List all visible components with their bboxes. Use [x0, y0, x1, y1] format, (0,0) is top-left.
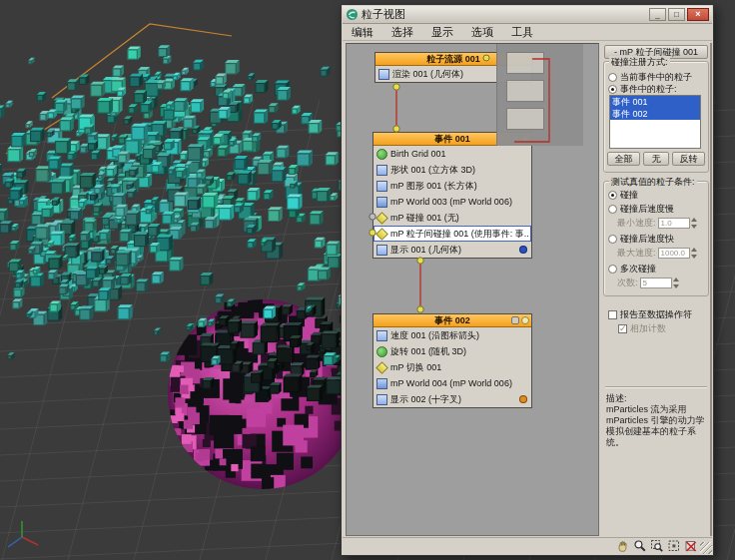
- pan-tool-icon[interactable]: [616, 539, 630, 553]
- radio-fast-after-collision[interactable]: 碰撞后速度快: [608, 233, 674, 245]
- operator-row-selected[interactable]: mP 粒子间碰撞 001 (使用事件: 事...: [373, 226, 531, 242]
- select-all-button[interactable]: 全部: [607, 152, 640, 166]
- radio-label: 碰撞后速度快: [620, 233, 674, 246]
- operator-row[interactable]: mP World 004 (mP World 006): [373, 375, 531, 391]
- radio-icon[interactable]: [608, 73, 617, 82]
- operator-label: mP World 004 (mP World 006): [390, 378, 512, 388]
- operator-row[interactable]: 显示 002 (十字叉): [373, 391, 531, 407]
- maximize-icon[interactable]: □: [668, 8, 685, 21]
- menu-options[interactable]: 选项: [462, 25, 502, 40]
- event-002-header[interactable]: 事件 002: [373, 314, 531, 327]
- radio-event-particles[interactable]: 事件中的粒子:: [608, 83, 677, 95]
- checkbox-icon-checked[interactable]: [618, 324, 627, 333]
- display-color-dot[interactable]: [519, 395, 527, 403]
- divider: [605, 386, 707, 388]
- radio-label: 碰撞后速度慢: [620, 203, 674, 216]
- spin-operator-icon: [376, 346, 387, 357]
- menu-tools[interactable]: 工具: [502, 25, 542, 40]
- parameter-panel: - mP 粒子间碰撞 001 碰撞注册方式: 当前事件中的粒子 事件中的粒子: …: [602, 43, 712, 536]
- radio-icon-selected[interactable]: [608, 191, 617, 200]
- operator-row[interactable]: mP 图形 001 (长方体): [373, 178, 531, 194]
- field-label: 最小速度:: [617, 217, 656, 230]
- event-002-node[interactable]: 事件 002 速度 001 (沿图标箭头) 旋转 001 (随机 3D): [372, 313, 532, 408]
- pf-source-title: 粒子流源 001: [426, 54, 480, 64]
- operator-label: 显示 001 (几何体): [390, 244, 461, 257]
- description-text: mParticles 流为采用 mParticles 引擎的动力学模拟创建基本的…: [606, 404, 706, 448]
- output-connector[interactable]: [393, 84, 399, 90]
- mp-switch-test-icon: [375, 361, 388, 374]
- mp-world-operator-icon: [376, 378, 387, 389]
- depot-slot[interactable]: [506, 52, 544, 74]
- particle-view-icon: [346, 8, 359, 21]
- radio-icon[interactable]: [608, 235, 617, 244]
- display-operator-icon: [376, 245, 387, 256]
- checkbox-label: 报告至数据操作符: [620, 308, 692, 321]
- min-speed-input[interactable]: 1.0: [658, 218, 690, 229]
- radio-icon[interactable]: [608, 265, 617, 274]
- radio-multiple-collisions[interactable]: 多次碰撞: [608, 263, 656, 275]
- radio-slow-after-collision[interactable]: 碰撞后速度慢: [608, 203, 674, 215]
- list-item[interactable]: 事件 001: [610, 96, 700, 108]
- menubar: 编辑 选择 显示 选项 工具: [343, 25, 712, 41]
- operator-row[interactable]: mP World 003 (mP World 006): [373, 194, 531, 210]
- radio-icon-selected[interactable]: [608, 85, 617, 94]
- operator-row[interactable]: mP 切换 001: [373, 359, 531, 375]
- radio-label: 多次碰撞: [620, 263, 656, 276]
- count-input[interactable]: 5: [640, 278, 672, 288]
- input-connector[interactable]: [417, 306, 423, 312]
- event-options-icon[interactable]: [511, 316, 519, 324]
- accumulate-count-checkbox[interactable]: 相加计数: [618, 322, 666, 334]
- event-list[interactable]: 事件 001 事件 002: [609, 95, 701, 149]
- radio-collision[interactable]: 碰撞: [608, 189, 638, 201]
- resize-grip[interactable]: [700, 542, 712, 554]
- operator-row[interactable]: 旋转 001 (随机 3D): [373, 343, 531, 359]
- register-group-title: 碰撞注册方式:: [609, 56, 670, 69]
- list-item[interactable]: 事件 002: [610, 108, 700, 120]
- select-none-button[interactable]: 无: [643, 152, 669, 166]
- depot-slot[interactable]: [506, 108, 544, 130]
- panel-scrollbar[interactable]: [710, 43, 712, 536]
- radio-icon[interactable]: [608, 205, 617, 214]
- spinner-control[interactable]: [673, 278, 682, 288]
- menu-display[interactable]: 显示: [422, 25, 462, 40]
- mp-shape-operator-icon: [376, 181, 387, 192]
- operator-label: 旋转 001 (随机 3D): [390, 345, 466, 358]
- operator-label: 显示 002 (十字叉): [390, 393, 461, 406]
- operator-label: mP 粒子间碰撞 001 (使用事件: 事...: [390, 228, 528, 241]
- depot-slot[interactable]: [506, 80, 544, 102]
- close-icon[interactable]: ×: [687, 8, 709, 21]
- spinner-control[interactable]: [691, 218, 700, 229]
- operator-row[interactable]: mP 碰撞 001 (无): [373, 210, 531, 226]
- menu-select[interactable]: 选择: [382, 25, 422, 40]
- window-title: 粒子视图: [362, 7, 405, 22]
- spinner-control[interactable]: [691, 248, 700, 259]
- operator-label: mP World 003 (mP World 006): [390, 197, 512, 207]
- operator-row[interactable]: 显示 001 (几何体): [373, 242, 531, 258]
- operator-label: 速度 001 (沿图标箭头): [390, 329, 479, 342]
- operator-row[interactable]: Birth Grid 001: [373, 146, 531, 162]
- mp-world-operator-icon: [376, 197, 387, 208]
- field-label: 最大速度:: [617, 247, 656, 260]
- minimize-icon[interactable]: _: [649, 8, 666, 21]
- checkbox-icon[interactable]: [608, 310, 617, 319]
- event-enable-icon[interactable]: [521, 316, 529, 324]
- event-canvas[interactable]: 粒子流源 001 渲染 001 (几何体) 事件 001: [346, 43, 599, 536]
- zoom-selected-tool-icon[interactable]: [684, 539, 698, 553]
- operator-row[interactable]: 形状 001 (立方体 3D): [373, 162, 531, 178]
- condition-group-title: 测试真值的粒子条件:: [609, 176, 697, 189]
- menu-edit[interactable]: 编辑: [343, 25, 382, 40]
- speed-operator-icon: [376, 330, 387, 341]
- display-color-dot[interactable]: [519, 246, 527, 254]
- particle-view-window: 粒子视图 _ □ × 编辑 选择 显示 选项 工具 粒子流源 001: [341, 4, 714, 556]
- titlebar[interactable]: 粒子视图 _ □ ×: [343, 6, 712, 24]
- radio-current-event-particles[interactable]: 当前事件中的粒子: [608, 71, 692, 83]
- zoom-extents-tool-icon[interactable]: [667, 539, 681, 553]
- operator-row[interactable]: 速度 001 (沿图标箭头): [373, 327, 531, 343]
- report-to-data-operator-checkbox[interactable]: 报告至数据操作符: [608, 308, 692, 320]
- invert-button[interactable]: 反转: [672, 152, 705, 166]
- max-speed-input[interactable]: 1000.0: [658, 248, 690, 259]
- operator-depot[interactable]: [496, 44, 583, 146]
- zoom-region-tool-icon[interactable]: [650, 539, 664, 553]
- event-001-node[interactable]: 事件 001 Birth Grid 001 形状 001 (立方体 3D): [372, 132, 532, 259]
- zoom-tool-icon[interactable]: [633, 539, 647, 553]
